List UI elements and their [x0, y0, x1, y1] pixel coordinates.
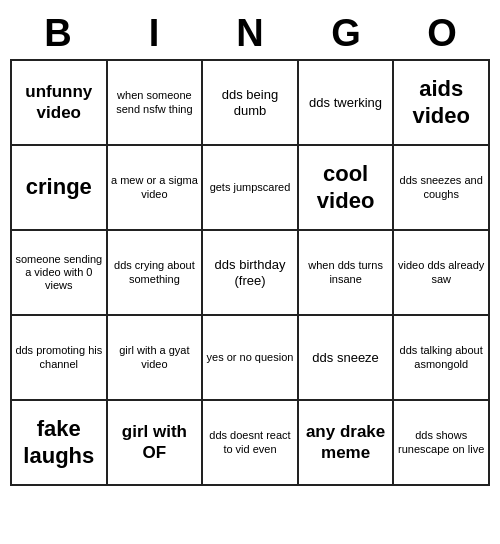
- bingo-cell-12: dds birthday (free): [203, 231, 299, 316]
- bingo-header: BINGO: [10, 8, 490, 59]
- bingo-cell-17: yes or no quesion: [203, 316, 299, 401]
- bingo-cell-20: fake laughs: [12, 401, 108, 486]
- bingo-cell-4: aids video: [394, 61, 490, 146]
- bingo-cell-8: cool video: [299, 146, 395, 231]
- bingo-cell-19: dds talking about asmongold: [394, 316, 490, 401]
- bingo-grid: unfunny videowhen someone send nsfw thin…: [10, 59, 490, 486]
- bingo-cell-7: gets jumpscared: [203, 146, 299, 231]
- bingo-cell-16: girl with a gyat video: [108, 316, 204, 401]
- bingo-card: BINGO unfunny videowhen someone send nsf…: [10, 8, 490, 486]
- bingo-letter-o: O: [398, 12, 486, 55]
- bingo-cell-9: dds sneezes and coughs: [394, 146, 490, 231]
- bingo-cell-2: dds being dumb: [203, 61, 299, 146]
- bingo-cell-1: when someone send nsfw thing: [108, 61, 204, 146]
- bingo-cell-23: any drake meme: [299, 401, 395, 486]
- bingo-cell-14: video dds already saw: [394, 231, 490, 316]
- bingo-cell-0: unfunny video: [12, 61, 108, 146]
- bingo-cell-3: dds twerking: [299, 61, 395, 146]
- bingo-letter-b: B: [14, 12, 102, 55]
- bingo-cell-21: girl with OF: [108, 401, 204, 486]
- bingo-cell-13: when dds turns insane: [299, 231, 395, 316]
- bingo-cell-15: dds promoting his channel: [12, 316, 108, 401]
- bingo-cell-18: dds sneeze: [299, 316, 395, 401]
- bingo-cell-5: cringe: [12, 146, 108, 231]
- bingo-cell-22: dds doesnt react to vid even: [203, 401, 299, 486]
- bingo-letter-i: I: [110, 12, 198, 55]
- bingo-letter-g: G: [302, 12, 390, 55]
- bingo-letter-n: N: [206, 12, 294, 55]
- bingo-cell-10: someone sending a video with 0 views: [12, 231, 108, 316]
- bingo-cell-6: a mew or a sigma video: [108, 146, 204, 231]
- bingo-cell-11: dds crying about something: [108, 231, 204, 316]
- bingo-cell-24: dds shows runescape on live: [394, 401, 490, 486]
